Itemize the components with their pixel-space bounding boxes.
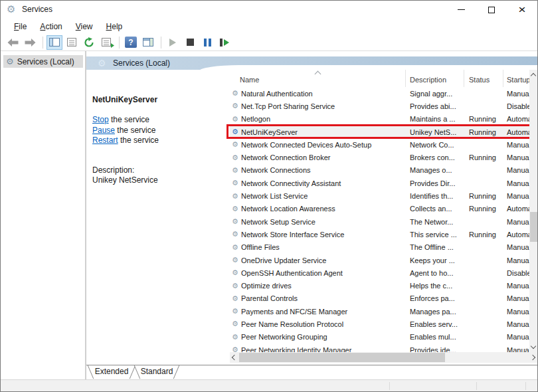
service-row[interactable]: ⚙ Netlogon Maintains a ... Running Autom…	[230, 113, 529, 126]
show-action-pane-button[interactable]	[140, 35, 156, 50]
minimize-button[interactable]	[446, 1, 476, 19]
stop-link-suffix: the service	[109, 115, 149, 124]
service-row[interactable]: ⚙ OneDrive Updater Service Keeps your ..…	[230, 254, 529, 266]
service-row[interactable]: ⚙ Net.Tcp Port Sharing Service Provides …	[230, 100, 529, 112]
service-startup-cell: Automatic	[503, 205, 529, 213]
vertical-scrollbar-thumb[interactable]	[530, 212, 537, 242]
start-service-button[interactable]	[165, 35, 181, 50]
service-description-cell: Enables serv...	[406, 320, 464, 328]
service-row[interactable]: ⚙ Network Connection Broker Brokers con.…	[230, 151, 529, 163]
tab-extended[interactable]: Extended	[88, 365, 135, 378]
service-row[interactable]: ⚙ Network List Service Identifies th... …	[230, 189, 529, 202]
view-tabstrip: Extended Standard	[86, 365, 538, 379]
service-description-cell: Manages pa...	[406, 308, 464, 316]
refresh-button[interactable]	[81, 35, 97, 50]
service-row[interactable]: ⚙ Network Connected Devices Auto-Setup N…	[230, 138, 529, 151]
service-row[interactable]: ⚙ Network Store Interface Service This s…	[230, 228, 529, 241]
service-gear-icon: ⚙	[230, 334, 241, 341]
service-name-cell: Netlogon	[241, 115, 406, 123]
service-status-cell: Running	[464, 153, 503, 161]
column-header-description[interactable]: Description	[406, 70, 464, 87]
service-row[interactable]: ⚙ Natural Authentication Signal aggr... …	[230, 87, 529, 100]
close-button[interactable]: ×	[507, 1, 537, 19]
scroll-down-icon[interactable]	[531, 343, 536, 349]
maximize-button[interactable]	[476, 1, 507, 19]
service-row[interactable]: ⚙ NetUniKeyServer Unikey NetS... Running…	[230, 126, 529, 138]
service-startup-cell: Manual	[503, 282, 529, 290]
service-description-cell: Unikey NetS...	[406, 128, 464, 136]
menu-file[interactable]: File	[8, 21, 33, 33]
service-description-cell: Collects an...	[406, 205, 464, 213]
menu-action[interactable]: Action	[34, 21, 68, 33]
service-row[interactable]: ⚙ Network Location Awareness Collects an…	[230, 203, 529, 215]
service-gear-icon: ⚙	[230, 167, 241, 174]
service-description-cell: Network Co...	[406, 141, 464, 149]
service-gear-icon: ⚙	[230, 141, 241, 148]
service-gear-icon: ⚙	[230, 295, 241, 302]
stop-service-button[interactable]	[182, 35, 198, 50]
console-tree-icon	[49, 38, 60, 47]
pause-service-link[interactable]: Pause	[92, 126, 115, 135]
pause-service-button[interactable]	[199, 35, 215, 50]
service-gear-icon: ⚙	[230, 308, 241, 315]
tree-item-services-local[interactable]: ⚙ Services (Local)	[3, 55, 83, 68]
horizontal-scrollbar-thumb[interactable]	[239, 353, 445, 362]
service-row[interactable]: ⚙ OpenSSH Authentication Agent Agent to …	[230, 266, 529, 279]
pause-link-line: Pause the service	[92, 126, 159, 136]
scroll-left-icon[interactable]	[232, 355, 237, 360]
service-startup-cell: Disabled	[503, 102, 529, 110]
service-description-cell: The Networ...	[406, 218, 464, 226]
service-status-cell: Running	[464, 205, 503, 213]
stop-service-link[interactable]: Stop	[92, 115, 109, 124]
service-startup-cell: Manual	[503, 90, 529, 98]
service-name-cell: Network Connections	[241, 166, 406, 174]
service-row[interactable]: ⚙ Optimize drives Helps the c... Manual	[230, 279, 529, 292]
export-list-icon	[102, 38, 111, 47]
service-name-cell: Network Location Awareness	[241, 205, 406, 213]
restart-service-button[interactable]	[217, 35, 232, 50]
show-console-tree-button[interactable]	[46, 35, 62, 50]
menu-help[interactable]: Help	[100, 21, 129, 33]
export-list-button[interactable]	[98, 35, 114, 50]
service-row[interactable]: ⚙ Offline Files The Offline ... Manual	[230, 241, 529, 254]
minimize-icon	[458, 9, 465, 10]
back-button[interactable]	[5, 35, 21, 50]
service-row[interactable]: ⚙ Parental Controls Enforces pa... Manua…	[230, 292, 529, 305]
service-status-cell: Running	[464, 192, 503, 200]
service-name-cell: Network List Service	[241, 192, 406, 200]
service-row[interactable]: ⚙ Network Connectivity Assistant Provide…	[230, 177, 529, 189]
services-node-icon: ⚙	[6, 57, 14, 66]
status-separator	[525, 382, 526, 390]
service-name-cell: OneDrive Updater Service	[241, 256, 406, 264]
stop-service-icon	[187, 39, 194, 46]
service-action-links: Stop the service Pause the service Resta…	[92, 115, 159, 146]
service-row[interactable]: ⚙ Network Setup Service The Networ... Ma…	[230, 215, 529, 228]
vertical-scrollbar[interactable]	[529, 70, 538, 352]
service-row[interactable]: ⚙ Payments and NFC/SE Manager Manages pa…	[230, 305, 529, 318]
service-description-cell: Brokers con...	[406, 153, 464, 161]
service-name-cell: Network Store Interface Service	[241, 231, 406, 239]
service-gear-icon: ⚙	[230, 269, 241, 276]
tab-standard[interactable]: Standard	[135, 365, 179, 378]
status-bar	[1, 379, 537, 392]
service-startup-cell: Manual	[503, 256, 529, 264]
service-row[interactable]: ⚙ Network Connections Manages o... Manua…	[230, 164, 529, 177]
extended-task-pane: NetUniKeyServer Stop the service Pause t…	[86, 70, 230, 363]
scroll-up-icon[interactable]	[531, 73, 536, 78]
horizontal-scrollbar[interactable]	[230, 352, 538, 363]
restart-service-link[interactable]: Restart	[92, 136, 118, 145]
menu-view[interactable]: View	[70, 21, 99, 33]
service-row[interactable]: ⚙ Peer Networking Grouping Enables mul..…	[230, 331, 529, 343]
service-startup-cell: Manual	[503, 153, 529, 161]
service-description-cell: Provides Dir...	[406, 179, 464, 187]
properties-button[interactable]	[64, 35, 80, 50]
service-name-cell: Network Connection Broker	[241, 153, 406, 161]
services-window: ⚙ Services × File Action View Help	[0, 0, 538, 392]
scroll-right-icon[interactable]	[530, 355, 535, 360]
help-button[interactable]: ?	[123, 35, 139, 50]
service-row[interactable]: ⚙ Peer Name Resolution Protocol Enables …	[230, 318, 529, 330]
column-header-status[interactable]: Status	[464, 70, 503, 87]
service-gear-icon: ⚙	[230, 154, 241, 161]
column-header-startup-type[interactable]: Startup Type	[503, 70, 529, 87]
forward-button[interactable]	[22, 35, 38, 50]
